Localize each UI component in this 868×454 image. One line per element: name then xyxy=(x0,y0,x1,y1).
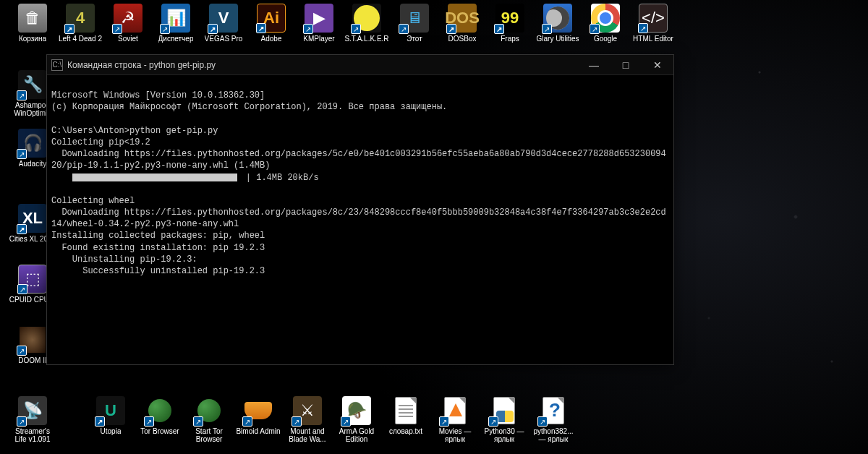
u-icon: U↗ xyxy=(96,396,125,425)
utopia-icon[interactable]: U↗ Utopia xyxy=(87,396,135,435)
icon-label: словар.txt xyxy=(389,427,422,435)
monitor-icon: 📊↗ xyxy=(161,4,190,33)
recycle-bin-icon[interactable]: 🗑 Корзина xyxy=(9,4,56,43)
output-line: Installing collected packages: pip, whee… xyxy=(51,231,265,241)
icon-label: Корзина xyxy=(19,35,46,43)
progress-line: | 1.4MB 20kB/s xyxy=(51,172,669,184)
fraps-icon[interactable]: 99↗ Fraps xyxy=(486,4,534,43)
icon-label: Streamer's Life v1.091 xyxy=(9,427,56,443)
shortcut-arrow-icon: ↗ xyxy=(399,24,409,34)
shortcut-arrow-icon: ↗ xyxy=(112,24,122,34)
dispatcher-icon[interactable]: 📊↗ Диспетчер xyxy=(152,4,200,43)
html-editor-icon[interactable]: </>↗ HTML Editor xyxy=(629,4,677,43)
icon-label: KMPlayer xyxy=(303,35,334,43)
output-line: Found existing installation: pip 19.2.3 xyxy=(51,243,265,253)
kmplayer-icon[interactable]: ▶↗ KMPlayer xyxy=(295,4,343,43)
bimoid-icon[interactable]: ↗ Bimoid Admin xyxy=(234,396,282,435)
python382-shortcut-icon[interactable]: ?↗ python382... — ярлык xyxy=(529,396,577,443)
shortcut-arrow-icon: ↗ xyxy=(17,416,27,427)
maximize-button[interactable]: □ xyxy=(610,55,642,74)
counter-icon: 99↗ xyxy=(495,4,524,33)
shortcut-arrow-icon: ↗ xyxy=(256,23,266,33)
dos-icon: DOS↗ xyxy=(448,4,477,33)
shortcut-arrow-icon: ↗ xyxy=(64,24,75,34)
window-title: Командная строка - python get-pip.py xyxy=(67,60,578,70)
command-prompt-window[interactable]: C:\ Командная строка - python get-pip.py… xyxy=(46,54,674,365)
tor-browser-icon[interactable]: ↗ Tor Browser xyxy=(136,396,184,435)
icon-label: DOOM II xyxy=(18,356,46,364)
chrome-icon[interactable]: ↗ Google xyxy=(582,4,629,43)
streamers-life-icon[interactable]: 📡↗ Streamer's Life v1.091 xyxy=(9,396,56,443)
icon-label: Диспетчер xyxy=(158,35,194,43)
shortcut-arrow-icon: ↗ xyxy=(446,24,456,34)
movies-shortcut-icon[interactable]: ↗ Movies — ярлык xyxy=(431,396,479,443)
mount-blade-icon[interactable]: ⚔↗ Mount and Blade Wa... xyxy=(284,396,331,443)
trash-icon: 🗑 xyxy=(18,4,47,33)
this-pc-icon[interactable]: 🖥↗ Этот xyxy=(391,4,438,43)
flag-icon: ☭↗ xyxy=(114,4,142,33)
output-line: Downloading https://files.pythonhosted.o… xyxy=(51,149,666,171)
cmd-icon: C:\ xyxy=(51,59,63,71)
face-icon: ↗ xyxy=(18,325,47,354)
city-icon: XL↗ xyxy=(18,204,47,233)
window-titlebar[interactable]: C:\ Командная строка - python get-pip.py… xyxy=(47,55,673,75)
arma-icon[interactable]: 🪖↗ ArmA Gold Edition xyxy=(333,396,380,443)
output-line: C:\Users\Anton>python get-pip.py xyxy=(51,126,218,136)
shortcut-arrow-icon: ↗ xyxy=(95,416,105,427)
window-controls: — □ ✕ xyxy=(578,55,673,74)
start-tor-icon[interactable]: ↗ Start Tor Browser xyxy=(185,396,233,443)
vegas-icon[interactable]: V↗ VEGAS Pro xyxy=(200,4,247,43)
output-line: (c) Корпорация Майкрософт (Microsoft Cor… xyxy=(51,102,447,112)
icon-label: HTML Editor xyxy=(633,35,673,43)
wings-icon: ↗ xyxy=(244,396,273,425)
shortcut-arrow-icon: ↗ xyxy=(208,24,218,34)
close-button[interactable]: ✕ xyxy=(642,55,673,74)
output-line: Microsoft Windows [Version 10.0.18362.30… xyxy=(51,90,265,100)
python30-shortcut-icon[interactable]: ↗ Python30 — ярлык xyxy=(480,396,528,443)
shortcut-arrow-icon: ↗ xyxy=(590,24,600,34)
shortcut-arrow-icon: ↗ xyxy=(17,149,27,159)
shortcut-arrow-icon: ↗ xyxy=(351,24,361,34)
icon-label: S.T.A.L.K.E.R xyxy=(344,35,388,43)
icon-label: Audacity xyxy=(19,160,46,168)
v-icon: V↗ xyxy=(209,4,238,33)
l4d2-icon[interactable]: 4↗ Left 4 Dead 2 xyxy=(56,4,104,43)
shortcut-arrow-icon: ↗ xyxy=(341,416,351,427)
dosbox-icon[interactable]: DOS↗ DOSBox xyxy=(438,4,486,43)
icon-label: VEGAS Pro xyxy=(205,35,243,43)
shortcut-arrow-icon: ↗ xyxy=(242,416,252,427)
ai-icon: Ai↗ xyxy=(257,4,286,33)
globe-icon: ↗ xyxy=(195,396,224,425)
stream-icon: 📡↗ xyxy=(18,396,47,425)
output-line: Downloading https://files.pythonhosted.o… xyxy=(51,207,666,229)
shortcut-arrow-icon: ↗ xyxy=(537,416,548,427)
soviet-icon[interactable]: ☭↗ Soviet xyxy=(104,4,152,43)
audio-icon: 🎧↗ xyxy=(18,129,47,158)
adobe-illustrator-icon[interactable]: Ai↗ Adobe xyxy=(247,4,295,43)
glary-icon[interactable]: ↗ Glary Utilities xyxy=(534,4,582,43)
icon-label: Start Tor Browser xyxy=(185,427,233,443)
browser-icon: ↗ xyxy=(591,4,620,33)
icon-label: Bimoid Admin xyxy=(236,427,280,435)
icon-label: Mount and Blade Wa... xyxy=(284,427,331,443)
shortcut-arrow-icon: ↗ xyxy=(144,416,154,427)
python-icon: ↗ xyxy=(490,396,519,425)
help-file-icon: ?↗ xyxy=(539,396,568,425)
shortcut-arrow-icon: ↗ xyxy=(439,416,449,427)
icon-label: Этот xyxy=(407,35,422,43)
chip-icon: ⬚↗ xyxy=(18,265,47,294)
shortcut-arrow-icon: ↗ xyxy=(292,416,302,427)
shortcut-arrow-icon: ↗ xyxy=(494,24,504,34)
text-file-icon xyxy=(391,396,420,425)
output-line: Collecting pip<19.2 xyxy=(51,137,150,147)
stalker-icon[interactable]: ↗ S.T.A.L.K.E.R xyxy=(343,4,391,43)
code-icon: </>↗ xyxy=(639,4,668,33)
slovar-txt-icon[interactable]: словар.txt xyxy=(382,396,430,435)
minimize-button[interactable]: — xyxy=(578,55,610,74)
radiation-icon: ↗ xyxy=(352,4,381,33)
shortcut-arrow-icon: ↗ xyxy=(303,24,313,34)
icon-label: ArmA Gold Edition xyxy=(333,427,380,443)
icon-label: Fraps xyxy=(501,35,519,43)
shortcut-arrow-icon: ↗ xyxy=(17,224,27,234)
progress-bar xyxy=(72,174,244,181)
